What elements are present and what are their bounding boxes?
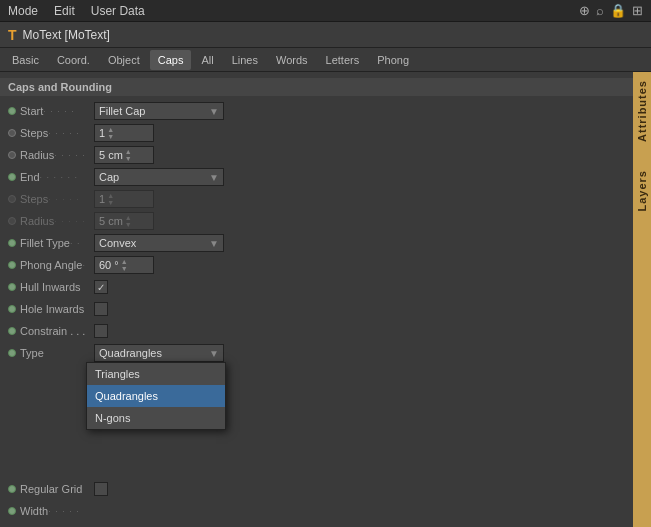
- prop-steps: Steps · · · · · 1 ▲ ▼: [0, 122, 633, 144]
- tabbar: Basic Coord. Object Caps All Lines Words…: [0, 48, 651, 72]
- grid-icon: ⊞: [632, 3, 643, 18]
- start-control: Fillet Cap ▼: [94, 102, 625, 120]
- hole-inwards-control: [94, 302, 625, 316]
- main-area: Caps and Rounding Start · · · · · Fillet…: [0, 72, 651, 527]
- attributes-tab[interactable]: Attributes: [636, 76, 648, 146]
- constrain-label: Constrain . . .: [8, 325, 94, 337]
- prop-width: Width · · · · ·: [0, 500, 633, 522]
- hull-inwards-dot[interactable]: [8, 283, 16, 291]
- prop-hole-inwards: Hole Inwards: [0, 298, 633, 320]
- tab-words[interactable]: Words: [268, 50, 316, 70]
- end-steps-value: 1: [99, 193, 105, 205]
- cursor-icon: ⊕: [579, 3, 590, 18]
- phong-angle-dot[interactable]: [8, 261, 16, 269]
- radius-down-arrow[interactable]: ▼: [125, 155, 132, 162]
- motext-icon: T: [8, 27, 17, 43]
- steps-input[interactable]: 1 ▲ ▼: [94, 124, 154, 142]
- start-dropdown[interactable]: Fillet Cap ▼: [94, 102, 224, 120]
- steps-down-arrow[interactable]: ▼: [107, 133, 114, 140]
- regular-grid-label: Regular Grid: [8, 483, 94, 495]
- tab-coord[interactable]: Coord.: [49, 50, 98, 70]
- radius-value: 5 cm: [99, 149, 123, 161]
- hull-inwards-label-text: Hull Inwards: [20, 281, 81, 293]
- end-steps-dot: [8, 195, 16, 203]
- radius-dot[interactable]: [8, 151, 16, 159]
- width-dot[interactable]: [8, 507, 16, 515]
- radius-arrows[interactable]: ▲ ▼: [125, 148, 132, 162]
- radius-input[interactable]: 5 cm ▲ ▼: [94, 146, 154, 164]
- type-label-text: Type: [20, 347, 44, 359]
- tab-object[interactable]: Object: [100, 50, 148, 70]
- steps-up-arrow[interactable]: ▲: [107, 126, 114, 133]
- window-title: MoText [MoText]: [23, 28, 110, 42]
- menu-userdata[interactable]: User Data: [91, 4, 145, 18]
- prop-start: Start · · · · · Fillet Cap ▼: [0, 100, 633, 122]
- type-section: Type Quadrangles ▼ Triangles Quadrangles…: [0, 342, 633, 430]
- type-dropdown-menu: Triangles Quadrangles N-gons: [86, 362, 633, 430]
- end-radius-dot: [8, 217, 16, 225]
- menu-mode[interactable]: Mode: [8, 4, 38, 18]
- menu-edit[interactable]: Edit: [54, 4, 75, 18]
- end-radius-label: Radius · · · · ·: [8, 215, 94, 227]
- constrain-control: [94, 324, 625, 338]
- right-sidebar: Attributes Layers: [633, 72, 651, 527]
- fillet-type-dropdown[interactable]: Convex ▼: [94, 234, 224, 252]
- hull-inwards-label: Hull Inwards: [8, 281, 94, 293]
- phong-angle-input[interactable]: 60 ° ▲ ▼: [94, 256, 154, 274]
- option-triangles[interactable]: Triangles: [87, 363, 225, 385]
- end-steps-arrows: ▲ ▼: [107, 192, 114, 206]
- fillet-type-label: Fillet Type · ·: [8, 237, 94, 249]
- steps-arrows[interactable]: ▲ ▼: [107, 126, 114, 140]
- search-icon: ⌕: [596, 3, 604, 18]
- hole-inwards-dot[interactable]: [8, 305, 16, 313]
- phong-angle-arrows[interactable]: ▲ ▼: [121, 258, 128, 272]
- hull-inwards-checkbox[interactable]: ✓: [94, 280, 108, 294]
- option-ngons[interactable]: N-gons: [87, 407, 225, 429]
- end-dropdown[interactable]: Cap ▼: [94, 168, 224, 186]
- tab-basic[interactable]: Basic: [4, 50, 47, 70]
- regular-grid-dot[interactable]: [8, 485, 16, 493]
- regular-grid-checkbox[interactable]: [94, 482, 108, 496]
- regular-grid-control: [94, 482, 625, 496]
- steps-control: 1 ▲ ▼: [94, 124, 625, 142]
- steps-value: 1: [99, 127, 105, 139]
- prop-fillet-type: Fillet Type · · Convex ▼: [0, 232, 633, 254]
- steps-dot[interactable]: [8, 129, 16, 137]
- type-dropdown[interactable]: Quadrangles ▼: [94, 344, 224, 362]
- end-radius-label-text: Radius: [20, 215, 54, 227]
- tab-lines[interactable]: Lines: [224, 50, 266, 70]
- steps-label: Steps · · · · ·: [8, 127, 94, 139]
- regular-grid-label-text: Regular Grid: [20, 483, 82, 495]
- phong-angle-down[interactable]: ▼: [121, 265, 128, 272]
- option-quadrangles[interactable]: Quadrangles: [87, 385, 225, 407]
- constrain-checkbox[interactable]: [94, 324, 108, 338]
- end-label-text: End: [20, 171, 40, 183]
- hole-inwards-checkbox[interactable]: [94, 302, 108, 316]
- radius-up-arrow[interactable]: ▲: [125, 148, 132, 155]
- fillet-type-dot[interactable]: [8, 239, 16, 247]
- tab-phong[interactable]: Phong: [369, 50, 417, 70]
- prop-radius: Radius · · · · · 5 cm ▲ ▼: [0, 144, 633, 166]
- prop-end: End · · · · · · Cap ▼: [0, 166, 633, 188]
- tab-all[interactable]: All: [193, 50, 221, 70]
- end-radius-down: ▼: [125, 221, 132, 228]
- type-dot[interactable]: [8, 349, 16, 357]
- width-label: Width · · · · ·: [8, 505, 94, 517]
- end-steps-label: Steps · · · · ·: [8, 193, 94, 205]
- layers-tab[interactable]: Layers: [636, 166, 648, 215]
- phong-angle-up[interactable]: ▲: [121, 258, 128, 265]
- prop-regular-grid: Regular Grid: [0, 478, 633, 500]
- dropdown-options-container: Triangles Quadrangles N-gons: [86, 362, 226, 430]
- titlebar: T MoText [MoText]: [0, 22, 651, 48]
- constrain-dot[interactable]: [8, 327, 16, 335]
- prop-hull-inwards: Hull Inwards ✓: [0, 276, 633, 298]
- tab-letters[interactable]: Letters: [318, 50, 368, 70]
- end-dot[interactable]: [8, 173, 16, 181]
- tab-caps[interactable]: Caps: [150, 50, 192, 70]
- end-radius-value: 5 cm: [99, 215, 123, 227]
- type-dropdown-arrow: ▼: [209, 348, 219, 359]
- phong-angle-label-text: Phong Angle: [20, 259, 82, 271]
- radius-label-text: Radius: [20, 149, 54, 161]
- start-dot[interactable]: [8, 107, 16, 115]
- radius-label: Radius · · · · ·: [8, 149, 94, 161]
